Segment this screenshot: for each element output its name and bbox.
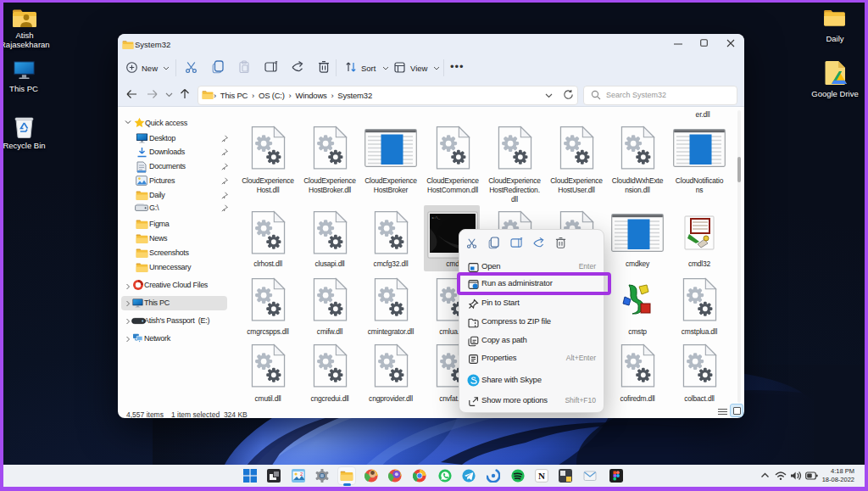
svg-text:N: N <box>538 471 545 481</box>
svg-text:C:\_: C:\_ <box>432 216 441 220</box>
